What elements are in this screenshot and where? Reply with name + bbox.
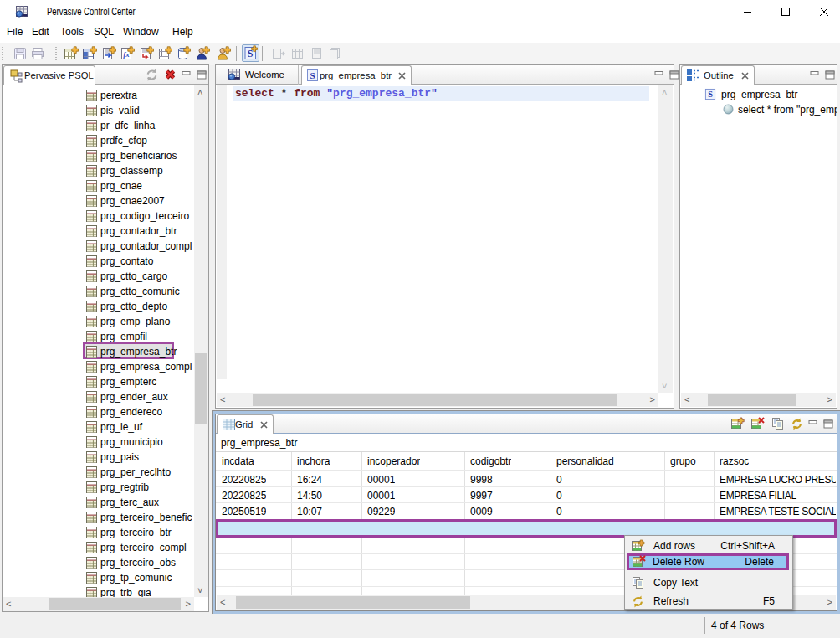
svg-text:S: S — [310, 70, 315, 80]
svg-text:S: S — [708, 90, 713, 99]
